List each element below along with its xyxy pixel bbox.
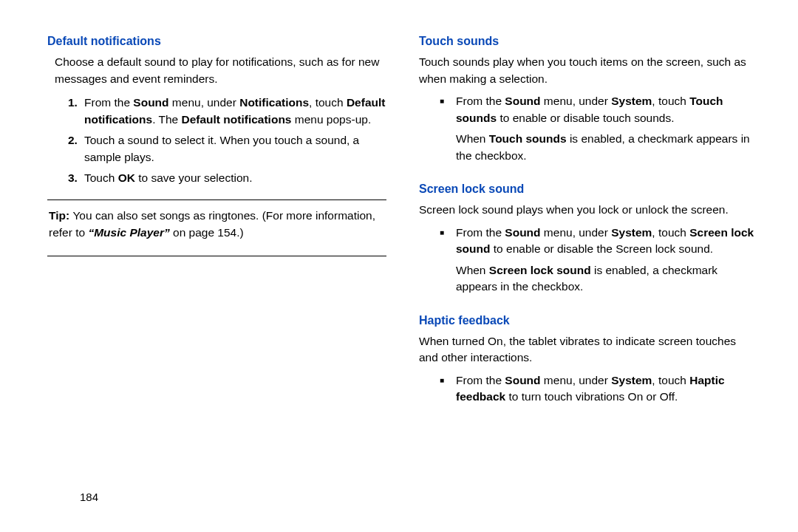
section-haptic-feedback: Haptic feedback When turned On, the tabl… [419, 312, 758, 406]
heading-default-notifications: Default notifications [47, 33, 386, 50]
text: , touch [652, 95, 689, 107]
bullet-text: From the Sound menu, under System, touch… [456, 93, 758, 170]
text: From the [84, 96, 133, 109]
step-3: 3. Touch OK to save your selection. [68, 170, 386, 186]
tip-text: Tip: You can also set songs as ringtones… [49, 208, 385, 241]
text: to enable or disable touch sounds. [497, 112, 674, 124]
tip-box: Tip: You can also set songs as ringtones… [47, 200, 386, 256]
text: on page 154.) [170, 226, 244, 239]
section-screen-lock-sound: Screen lock sound Screen lock sound play… [419, 180, 758, 301]
text: . The [152, 113, 181, 126]
bullet-text: From the Sound menu, under System, touch… [456, 225, 758, 301]
page-number: 184 [80, 489, 98, 505]
step-text: Touch a sound to select it. When you tou… [84, 132, 386, 166]
step-2: 2. Touch a sound to select it. When you … [68, 132, 386, 166]
text: menu, under [541, 226, 612, 239]
text: to turn touch vibrations On or Off. [505, 390, 678, 403]
heading-screen-lock-sound: Screen lock sound [419, 180, 758, 197]
bullet-list: ■ From the Sound menu, under System, tou… [440, 372, 758, 406]
bold: Default notifications [182, 113, 292, 126]
bold: System [611, 95, 652, 107]
text: When [456, 264, 489, 276]
intro-screen-lock-sound: Screen lock sound plays when you lock or… [419, 202, 758, 218]
bullet-text: From the Sound menu, under System, touch… [456, 372, 758, 406]
bold: Sound [505, 95, 540, 107]
intro-haptic-feedback: When turned On, the tablet vibrates to i… [419, 333, 758, 366]
bullet-item: ■ From the Sound menu, under System, tou… [440, 372, 758, 406]
bold: Touch sounds [489, 132, 567, 145]
step-1: 1. From the Sound menu, under Notificati… [68, 95, 386, 128]
right-column: Touch sounds Touch sounds play when you … [419, 33, 758, 510]
text: menu, under [541, 374, 612, 386]
tip-lead: Tip: [49, 209, 72, 222]
square-bullet-icon: ■ [440, 93, 456, 170]
text: to save your selection. [135, 171, 253, 184]
text: , touch [652, 226, 689, 239]
bullet-list: ■ From the Sound menu, under System, tou… [440, 225, 758, 301]
bullet-item: ■ From the Sound menu, under System, tou… [440, 93, 758, 170]
step-number: 1. [68, 95, 84, 128]
text: to enable or disable the Screen lock sou… [491, 242, 714, 255]
text: Touch [84, 171, 118, 184]
bullet-item: ■ From the Sound menu, under System, tou… [440, 225, 758, 301]
step-text: From the Sound menu, under Notifications… [84, 95, 386, 128]
heading-haptic-feedback: Haptic feedback [419, 312, 758, 329]
text: From the [456, 226, 505, 239]
bold: Sound [505, 226, 540, 239]
bold: Sound [133, 96, 168, 109]
text: , touch [652, 374, 689, 386]
manual-page: Default notifications Choose a default s… [0, 0, 798, 532]
intro-default-notifications: Choose a default sound to play for notif… [47, 54, 386, 87]
text: menu, under [169, 96, 240, 109]
bold: OK [118, 171, 135, 184]
heading-touch-sounds: Touch sounds [419, 33, 758, 50]
bold: System [611, 226, 652, 239]
left-column: Default notifications Choose a default s… [47, 33, 386, 510]
steps-list: 1. From the Sound menu, under Notificati… [68, 95, 386, 186]
step-text: Touch OK to save your selection. [84, 170, 386, 186]
text: menu, under [541, 95, 612, 107]
text: menu pops-up. [291, 113, 371, 126]
tip-reference: “Music Player” [88, 226, 169, 239]
intro-touch-sounds: Touch sounds play when you touch items o… [419, 54, 758, 87]
text: When [456, 132, 489, 145]
square-bullet-icon: ■ [440, 372, 456, 406]
step-number: 3. [68, 170, 84, 186]
text: From the [456, 374, 505, 386]
bold: System [611, 374, 652, 386]
section-touch-sounds: Touch sounds Touch sounds play when you … [419, 33, 758, 170]
bold: Sound [505, 374, 540, 386]
step-number: 2. [68, 132, 84, 166]
square-bullet-icon: ■ [440, 225, 456, 301]
text: , touch [309, 96, 347, 109]
bold: Screen lock sound [489, 264, 591, 276]
bullet-list: ■ From the Sound menu, under System, tou… [440, 93, 758, 170]
bold: Notifications [239, 96, 309, 109]
text: From the [456, 95, 505, 107]
